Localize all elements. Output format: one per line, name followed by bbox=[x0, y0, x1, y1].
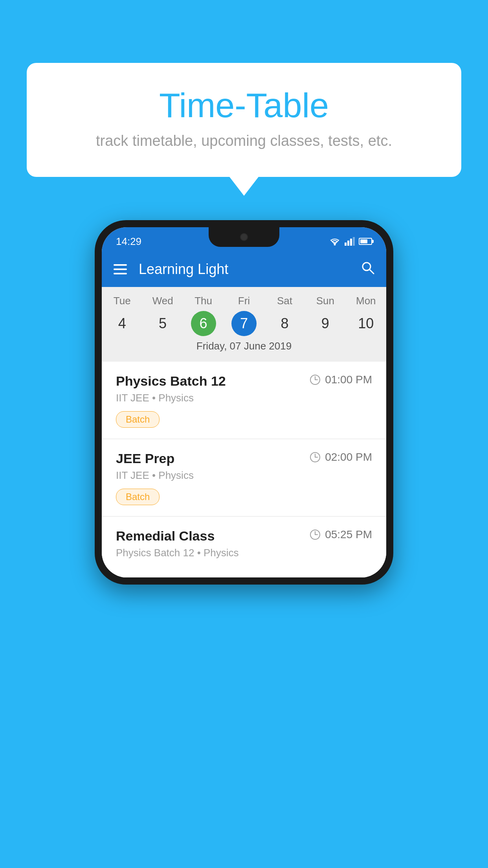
svg-rect-2 bbox=[347, 241, 349, 246]
batch-badge: Batch bbox=[116, 411, 160, 428]
search-icon[interactable] bbox=[361, 261, 374, 278]
phone-frame: 14:29 bbox=[95, 220, 393, 585]
phone-notch bbox=[209, 227, 279, 247]
speech-bubble-container: Time-Table track timetable, upcoming cla… bbox=[27, 63, 461, 177]
svg-rect-1 bbox=[345, 243, 347, 246]
schedule-item-time: 01:00 PM bbox=[309, 373, 372, 386]
day-header: Sun bbox=[305, 295, 345, 307]
clock-icon bbox=[309, 529, 321, 541]
day-number[interactable]: 6 bbox=[191, 311, 216, 336]
hamburger-menu-icon[interactable] bbox=[114, 264, 127, 274]
day-number[interactable]: 7 bbox=[231, 311, 257, 336]
day-header: Sat bbox=[264, 295, 305, 307]
battery-fill bbox=[360, 239, 367, 243]
schedule-item-subtitle: Physics Batch 12 • Physics bbox=[116, 547, 372, 559]
calendar-strip: TueWedThuFriSatSunMon 45678910 Friday, 0… bbox=[102, 287, 386, 362]
day-number[interactable]: 10 bbox=[346, 311, 386, 336]
svg-point-0 bbox=[334, 244, 336, 246]
schedule-item-time: 02:00 PM bbox=[309, 451, 372, 463]
svg-rect-3 bbox=[350, 239, 352, 246]
batch-badge: Batch bbox=[116, 489, 160, 505]
schedule-item-title: Remedial Class bbox=[116, 528, 215, 544]
schedule-item-header: Physics Batch 12 01:00 PM bbox=[116, 373, 372, 389]
speech-bubble: Time-Table track timetable, upcoming cla… bbox=[27, 63, 461, 177]
bubble-subtitle: track timetable, upcoming classes, tests… bbox=[58, 132, 430, 149]
day-header: Wed bbox=[142, 295, 183, 307]
app-bar: Learning Light bbox=[102, 252, 386, 287]
schedule-item-title: JEE Prep bbox=[116, 451, 174, 466]
day-header: Fri bbox=[224, 295, 264, 307]
clock-icon bbox=[309, 374, 321, 386]
schedule-item[interactable]: Remedial Class 05:25 PMPhysics Batch 12 … bbox=[102, 517, 386, 577]
day-numbers: 45678910 bbox=[102, 311, 386, 336]
battery-icon bbox=[359, 238, 372, 245]
day-header: Tue bbox=[102, 295, 142, 307]
day-number[interactable]: 9 bbox=[305, 311, 345, 336]
svg-line-6 bbox=[370, 270, 374, 274]
day-number[interactable]: 8 bbox=[264, 311, 305, 336]
phone-screen: 14:29 bbox=[102, 227, 386, 577]
day-header: Thu bbox=[183, 295, 224, 307]
day-header: Mon bbox=[346, 295, 386, 307]
schedule-item-subtitle: IIT JEE • Physics bbox=[116, 469, 372, 482]
schedule-item-title: Physics Batch 12 bbox=[116, 373, 226, 389]
schedule-item-header: JEE Prep 02:00 PM bbox=[116, 451, 372, 466]
signal-icon bbox=[345, 237, 355, 246]
schedule-item-subtitle: IIT JEE • Physics bbox=[116, 392, 372, 404]
status-icons bbox=[329, 237, 372, 246]
schedule-item-time: 05:25 PM bbox=[309, 528, 372, 541]
phone-wrapper: 14:29 bbox=[95, 220, 393, 585]
camera-dot bbox=[240, 233, 248, 241]
calendar-date-label: Friday, 07 June 2019 bbox=[102, 340, 386, 358]
day-number[interactable]: 5 bbox=[142, 311, 183, 336]
status-time: 14:29 bbox=[116, 235, 141, 248]
schedule-list: Physics Batch 12 01:00 PMIIT JEE • Physi… bbox=[102, 362, 386, 577]
clock-icon bbox=[309, 451, 321, 463]
wifi-icon bbox=[329, 237, 341, 246]
schedule-item-header: Remedial Class 05:25 PM bbox=[116, 528, 372, 544]
schedule-item[interactable]: Physics Batch 12 01:00 PMIIT JEE • Physi… bbox=[102, 362, 386, 439]
app-title: Learning Light bbox=[139, 261, 349, 278]
day-headers: TueWedThuFriSatSunMon bbox=[102, 295, 386, 307]
schedule-item[interactable]: JEE Prep 02:00 PMIIT JEE • PhysicsBatch bbox=[102, 439, 386, 517]
day-number[interactable]: 4 bbox=[102, 311, 142, 336]
bubble-title: Time-Table bbox=[58, 86, 430, 125]
svg-rect-4 bbox=[353, 237, 355, 246]
